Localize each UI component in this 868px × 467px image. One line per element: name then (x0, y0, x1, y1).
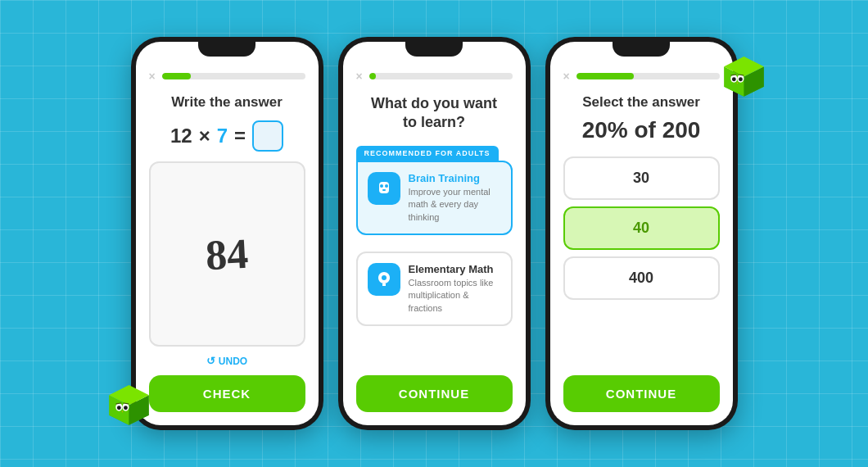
owl-cube-right (717, 53, 771, 110)
phone-1-top-bar: × (149, 70, 305, 83)
svg-line-27 (739, 75, 744, 75)
phone-3-progress-fill (576, 73, 634, 79)
phone-1-answer-pad[interactable]: 84 (149, 161, 305, 347)
phone-3-progress-bg (576, 73, 720, 79)
phone-1-progress-bg (162, 73, 305, 79)
rec-badge-text: RECOMMENDED FOR ADULTS (356, 146, 499, 161)
phones-container: × Write the answer 12 × 7 = 84 (131, 37, 738, 430)
svg-point-12 (380, 184, 383, 188)
recommended-badge: RECOMMENDED FOR ADULTS (356, 144, 513, 161)
phone-1-close[interactable]: × (149, 70, 156, 83)
phone-1-title: Write the answer (149, 94, 305, 111)
svg-point-24 (739, 77, 743, 81)
phone-3-title: Select the answer (563, 94, 720, 111)
undo-row[interactable]: ↺ UNDO (149, 355, 305, 367)
phone-3: × Select the answer 20% of 200 30 40 400… (545, 37, 738, 430)
svg-line-26 (731, 75, 736, 75)
svg-rect-11 (379, 182, 389, 193)
phone-3-screen: × Select the answer 20% of 200 30 40 400… (550, 42, 733, 425)
phone-3-top-bar: × (563, 70, 720, 83)
brain-training-option[interactable]: Brain Training Improve your mental math … (356, 161, 513, 235)
brain-training-title: Brain Training (409, 172, 501, 184)
phone-1-inner: × Write the answer 12 × 7 = 84 (136, 42, 319, 425)
elementary-math-title: Elementary Math (409, 263, 501, 275)
svg-point-13 (385, 184, 388, 188)
svg-point-15 (382, 275, 387, 280)
phone-2-progress-fill (369, 73, 377, 79)
phone-2-close[interactable]: × (356, 70, 363, 83)
undo-icon: ↺ (206, 355, 215, 367)
phone-2-title: What do you wantto learn? (356, 94, 513, 133)
phone-3-notch (613, 42, 670, 57)
continue-button-3[interactable]: CONTINUE (563, 375, 720, 412)
brain-icon (368, 172, 400, 205)
phone-1-notch (198, 42, 255, 57)
phone-1-progress-fill (162, 73, 191, 79)
answer-option-400[interactable]: 400 (563, 256, 720, 300)
phone-2-top-bar: × (356, 70, 513, 83)
phone-1-equation: 12 × 7 = (149, 120, 305, 152)
phone-1-screen: × Write the answer 12 × 7 = 84 (136, 42, 319, 425)
phone-3-inner: × Select the answer 20% of 200 30 40 400… (550, 42, 733, 425)
svg-rect-14 (382, 189, 386, 191)
phone-2-inner: × What do you wantto learn? RECOMMENDED … (343, 42, 526, 425)
continue-button-2[interactable]: CONTINUE (356, 375, 513, 412)
brain-training-text: Brain Training Improve your mental math … (409, 172, 501, 224)
eq-num2: 7 (217, 125, 228, 147)
eq-equals: = (234, 125, 246, 147)
svg-line-10 (124, 403, 129, 404)
undo-label: UNDO (219, 356, 247, 367)
handwritten-answer: 84 (204, 229, 249, 279)
svg-rect-16 (382, 283, 386, 286)
phone-2-notch (405, 42, 463, 57)
phone-2: × What do you wantto learn? RECOMMENDED … (338, 37, 531, 430)
phone-2-screen: × What do you wantto learn? RECOMMENDED … (343, 42, 526, 425)
answer-option-30[interactable]: 30 (563, 156, 720, 200)
svg-point-7 (124, 406, 128, 410)
eq-op: × (199, 125, 210, 147)
eq-answer-box[interactable] (252, 120, 283, 152)
svg-point-23 (731, 77, 735, 81)
elementary-math-option[interactable]: Elementary Math Classroom topics like mu… (356, 252, 513, 326)
svg-line-9 (116, 403, 121, 404)
phone-3-question: 20% of 200 (563, 117, 720, 143)
eq-num1: 12 (170, 125, 192, 147)
math-icon (368, 263, 400, 296)
brain-training-desc: Improve your mental math & every day thi… (409, 186, 501, 224)
owl-cube-left (102, 382, 156, 438)
svg-point-6 (116, 406, 120, 410)
phone-3-answer-options: 30 40 400 (563, 156, 720, 365)
answer-option-40[interactable]: 40 (563, 206, 720, 250)
elementary-math-desc: Classroom topics like multiplication & f… (409, 277, 501, 315)
phone-1: × Write the answer 12 × 7 = 84 (131, 37, 323, 430)
elementary-math-text: Elementary Math Classroom topics like mu… (409, 263, 501, 315)
check-button[interactable]: CHECK (149, 375, 305, 412)
phone-3-close[interactable]: × (563, 70, 570, 83)
phone-2-progress-bg (369, 73, 513, 79)
